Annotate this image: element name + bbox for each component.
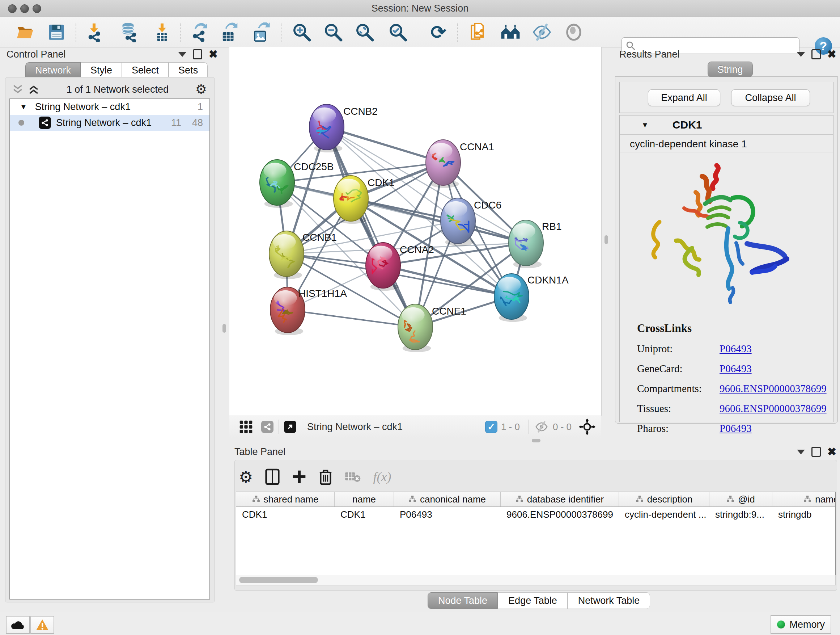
refresh-button[interactable]: ⟳ xyxy=(428,22,448,42)
collection-disclosure-icon[interactable]: ▼ xyxy=(20,103,27,111)
column-header-database-identifier[interactable]: database identifier xyxy=(501,492,619,507)
protein-section-header[interactable]: ▼ CDK1 xyxy=(620,116,833,135)
edge-CCNB2-CCNA1[interactable] xyxy=(327,127,443,163)
network-row-selected[interactable]: String Network – cdk1 11 48 xyxy=(10,115,210,131)
import-network-from-database-button[interactable] xyxy=(118,22,138,42)
open-session-button[interactable] xyxy=(15,22,35,42)
export-image-button[interactable] xyxy=(250,22,271,42)
node-CCNA1[interactable]: CCNA1 xyxy=(426,140,494,188)
node-CCNB1[interactable]: CCNB1 xyxy=(269,231,337,279)
tab-node-table[interactable]: Node Table xyxy=(428,592,498,609)
node-CCNA2[interactable]: CCNA2 xyxy=(366,242,434,291)
table-cell[interactable]: CDK1 xyxy=(335,507,394,522)
tab-edge-table[interactable]: Edge Table xyxy=(498,592,568,609)
home-button[interactable] xyxy=(500,22,521,42)
table-cell[interactable]: 9606.ENSP00000378699 xyxy=(501,507,619,522)
crosslink-row: GeneCard:P06493 xyxy=(637,363,833,375)
crosslink-link[interactable]: 9606.ENSP00000378699 xyxy=(720,402,827,414)
string-document-button[interactable] xyxy=(468,22,488,42)
import-network-icon xyxy=(84,22,104,42)
left-splitter-handle[interactable] xyxy=(223,324,226,333)
string-view-icon[interactable] xyxy=(261,421,273,433)
float-panel-icon[interactable] xyxy=(812,447,821,457)
crosslink-link[interactable]: P06493 xyxy=(720,363,752,374)
column-header-namespace[interactable]: namespace xyxy=(772,492,836,507)
panel-menu-icon[interactable] xyxy=(797,450,805,454)
toolbar-separator xyxy=(76,23,76,42)
float-panel-icon[interactable] xyxy=(812,49,821,59)
zoom-out-button[interactable] xyxy=(323,22,343,42)
node-CCNB2[interactable]: CCNB2 xyxy=(309,104,378,152)
zoom-fit-button[interactable] xyxy=(355,22,375,42)
column-header-description[interactable]: description xyxy=(619,492,709,507)
memory-button[interactable]: Memory xyxy=(771,615,831,634)
zoom-selected-button[interactable] xyxy=(388,22,408,42)
right-splitter-handle[interactable] xyxy=(605,235,608,244)
warnings-button[interactable] xyxy=(30,616,54,634)
tab-network-table[interactable]: Network Table xyxy=(568,592,651,609)
export-network-button[interactable] xyxy=(189,22,209,42)
collapse-all-button[interactable]: Collapse All xyxy=(731,89,810,106)
close-panel-icon[interactable]: ✖ xyxy=(827,49,836,60)
selected-nodes-checkbox[interactable]: ✓ xyxy=(485,421,497,433)
import-network-button[interactable] xyxy=(84,22,104,42)
hidden-elements-icon[interactable] xyxy=(534,421,549,433)
add-column-icon[interactable] xyxy=(292,470,306,484)
tab-string[interactable]: String xyxy=(707,62,753,77)
panel-menu-icon[interactable] xyxy=(178,52,186,57)
tab-style[interactable]: Style xyxy=(81,62,122,78)
show-panel-button[interactable] xyxy=(564,22,584,42)
expand-all-button[interactable]: Expand All xyxy=(648,89,720,106)
node-CCNE1[interactable]: CCNE1 xyxy=(398,304,466,352)
node-CDC25B[interactable]: CDC25B xyxy=(260,160,333,208)
export-table-button[interactable] xyxy=(218,22,239,42)
node-HIST1H1A[interactable]: HIST1H1A xyxy=(270,287,347,335)
selected-counts: 1 - 0 xyxy=(501,421,520,432)
protein-disclosure-icon[interactable]: ▼ xyxy=(641,121,649,129)
cloud-button[interactable] xyxy=(6,616,30,634)
node-label-CDC6: CDC6 xyxy=(474,200,501,211)
fit-content-crosshair-icon[interactable] xyxy=(579,418,595,435)
node-RB1[interactable]: RB1 xyxy=(508,220,561,268)
table-options-gear-icon[interactable]: ⚙ xyxy=(239,468,253,486)
grid-view-icon[interactable] xyxy=(239,420,253,434)
column-header-shared-name[interactable]: shared name xyxy=(236,492,335,507)
zoom-in-button[interactable] xyxy=(292,22,312,42)
crosslink-link[interactable]: P06493 xyxy=(720,343,752,355)
delete-column-icon[interactable] xyxy=(319,469,332,485)
close-panel-icon[interactable]: ✖ xyxy=(209,49,218,60)
horizontal-splitter-handle[interactable] xyxy=(532,439,540,442)
column-header-canonical-name[interactable]: canonical name xyxy=(394,492,501,507)
table-cell[interactable]: stringdb:9... xyxy=(709,507,772,522)
tab-select[interactable]: Select xyxy=(122,62,169,78)
tab-network[interactable]: Network xyxy=(25,62,81,78)
float-panel-icon[interactable] xyxy=(193,49,202,59)
crosslink-link[interactable]: 9606.ENSP00000378699 xyxy=(720,383,827,394)
table-horizontal-scrollbar[interactable] xyxy=(236,575,836,585)
table-cell[interactable]: cyclin-dependent ... xyxy=(619,507,709,522)
expand-all-chevron-icon[interactable] xyxy=(27,84,40,95)
close-panel-icon[interactable]: ✖ xyxy=(827,447,836,457)
collapse-all-chevron-icon[interactable] xyxy=(11,84,24,95)
node-CDKN1A[interactable]: CDKN1A xyxy=(494,274,569,322)
eye-slash-icon xyxy=(532,22,552,42)
table-cell[interactable]: CDK1 xyxy=(236,507,335,522)
import-table-button[interactable] xyxy=(152,22,172,42)
show-columns-icon[interactable] xyxy=(265,469,279,485)
tab-sets[interactable]: Sets xyxy=(169,62,208,78)
column-header-name[interactable]: name xyxy=(335,492,394,507)
table-row[interactable]: CDK1CDK1P064939606.ENSP00000378699cyclin… xyxy=(236,507,835,522)
panel-menu-icon[interactable] xyxy=(797,52,805,57)
network-collection-row[interactable]: ▼ String Network – cdk1 1 xyxy=(10,99,210,115)
table-cell[interactable]: stringdb xyxy=(772,507,836,522)
open-in-window-icon[interactable] xyxy=(284,421,296,433)
network-canvas[interactable]: CCNB2CCNA1CDC25BCDK1CDC6RB1CCNB1CCNA2CDK… xyxy=(229,47,602,416)
network-options-gear-icon[interactable]: ⚙ xyxy=(195,82,207,97)
crosslink-link[interactable]: P06493 xyxy=(720,423,752,434)
table-cell[interactable]: P06493 xyxy=(394,507,501,522)
column-header--id[interactable]: @id xyxy=(709,492,772,507)
edge-HIST1H1A-CCNE1[interactable] xyxy=(287,310,415,327)
save-session-button[interactable] xyxy=(46,22,66,42)
hide-results-panel-button[interactable] xyxy=(532,22,552,42)
scrollbar-thumb[interactable] xyxy=(239,577,318,583)
